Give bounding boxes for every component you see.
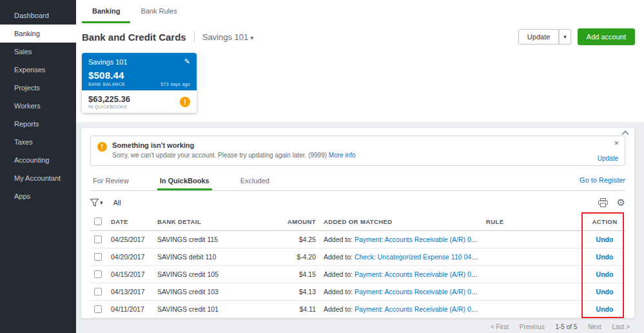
tab-excluded[interactable]: Excluded: [238, 172, 272, 190]
account-card-zone: Savings 101 ✎ $508.44 BANK BALANCE 573 d…: [76, 50, 644, 122]
cell-amount: $4.13: [269, 283, 320, 301]
alert-banner: ! Something isn't working Sorry, we can'…: [90, 136, 625, 166]
page-title: Bank and Credit Cards: [82, 32, 186, 43]
sidebar-item-workers[interactable]: Workers: [0, 97, 76, 115]
alert-message: Sorry, we can't update your account. Ple…: [112, 152, 327, 159]
header-date[interactable]: DATE: [107, 212, 153, 231]
pagination-previous[interactable]: Previous: [520, 323, 545, 330]
cell-rule: [482, 283, 584, 301]
alert-title: Something isn't working: [112, 141, 356, 149]
select-all-checkbox[interactable]: [94, 217, 102, 225]
sidebar-item-accounting[interactable]: Accounting: [0, 151, 76, 169]
account-card-top: Savings 101 ✎ $508.44 BANK BALANCE 573 d…: [82, 53, 197, 90]
sidebar-item-expenses[interactable]: Expenses: [0, 61, 76, 79]
cell-added-or-matched: Added to: Payment: Accounts Receivable (…: [320, 301, 482, 318]
sidebar-item-sales[interactable]: Sales: [0, 43, 76, 61]
cell-added-or-matched: Added to: Payment: Accounts Receivable (…: [320, 266, 482, 283]
row-checkbox[interactable]: [94, 288, 102, 296]
table-header-row: DATE BANK DETAIL AMOUNT ADDED OR MATCHED…: [90, 212, 625, 231]
row-checkbox[interactable]: [94, 236, 102, 243]
cell-bank-detail: SAVINGS credit 115: [153, 231, 269, 248]
collapse-panel-chevron-icon[interactable]: [621, 130, 629, 136]
header-bank-detail[interactable]: BANK DETAIL: [153, 212, 269, 231]
header-actions: Update ▾ Add account: [518, 28, 635, 45]
go-to-register-link[interactable]: Go to Register: [580, 176, 625, 187]
settings-button[interactable]: ⚙: [617, 197, 625, 207]
undo-link[interactable]: Undo: [596, 236, 614, 243]
tab-in-quickbooks[interactable]: In QuickBooks: [157, 172, 212, 190]
update-dropdown-caret[interactable]: ▾: [559, 29, 571, 45]
cell-bank-detail: SAVINGS credit 103: [153, 283, 269, 301]
cell-bank-detail: SAVINGS credit 101: [153, 301, 269, 318]
cell-rule: [482, 231, 584, 248]
added-transaction-link[interactable]: Payment: Accounts Receivable (A/R) 04/25…: [355, 236, 482, 243]
cell-date: 04/20/2017: [107, 248, 153, 266]
tab-bank-rules[interactable]: Bank Rules: [130, 0, 187, 23]
update-button[interactable]: Update: [518, 29, 559, 45]
header-added-or-matched[interactable]: ADDED OR MATCHED: [320, 212, 482, 231]
sidebar-item-dashboard[interactable]: Dashboard: [0, 6, 76, 25]
chevron-down-icon: ▾: [100, 199, 103, 206]
sub-tab-bar: For Review In QuickBooks Excluded Go to …: [90, 172, 625, 191]
add-account-button[interactable]: Add account: [578, 28, 635, 45]
transactions-panel: ! Something isn't working Sorry, we can'…: [81, 127, 635, 319]
row-checkbox[interactable]: [94, 270, 102, 278]
sidebar-item-apps[interactable]: Apps: [0, 187, 76, 205]
header-action[interactable]: ACTION: [584, 212, 625, 231]
added-transaction-link[interactable]: Payment: Accounts Receivable (A/R) 04/13…: [355, 288, 482, 296]
pagination-first[interactable]: < First: [491, 323, 509, 330]
filter-all-label: All: [113, 199, 121, 207]
added-transaction-link[interactable]: Payment: Accounts Receivable (A/R) 04/15…: [355, 270, 482, 278]
table-row: 04/11/2017 SAVINGS credit 101 $4.11 Adde…: [90, 301, 625, 318]
table-row: 04/15/2017 SAVINGS credit 105 $4.15 Adde…: [90, 266, 625, 283]
cell-rule: [482, 301, 584, 318]
sidebar-item-projects[interactable]: Projects: [0, 79, 76, 97]
filter-funnel-button[interactable]: ▾: [90, 199, 103, 207]
header-amount[interactable]: AMOUNT: [269, 212, 320, 231]
undo-link[interactable]: Undo: [596, 253, 614, 261]
pagination-next[interactable]: Next: [588, 323, 601, 330]
sidebar-item-reports[interactable]: Reports: [0, 115, 76, 133]
main-area: Banking Bank Rules Bank and Credit Cards…: [76, 0, 644, 333]
edit-pencil-icon[interactable]: ✎: [184, 57, 190, 66]
undo-link[interactable]: Undo: [596, 305, 614, 313]
print-button[interactable]: [598, 198, 608, 207]
undo-link[interactable]: Undo: [596, 288, 614, 296]
added-transaction-link[interactable]: Check: Uncategorized Expense 110 04/20/2…: [355, 253, 482, 261]
pagination-last[interactable]: Last >: [612, 323, 630, 330]
account-card[interactable]: Savings 101 ✎ $508.44 BANK BALANCE 573 d…: [82, 53, 197, 113]
alert-warning-icon: !: [97, 142, 107, 152]
sidebar-item-my-accountant[interactable]: My Accountant: [0, 169, 76, 187]
cell-date: 04/11/2017: [107, 301, 153, 318]
cell-date: 04/25/2017: [107, 231, 153, 248]
page-header: Bank and Credit Cards Savings 101▾ Updat…: [76, 23, 644, 50]
close-icon[interactable]: ×: [614, 139, 619, 147]
undo-link[interactable]: Undo: [596, 270, 614, 278]
transactions-table: DATE BANK DETAIL AMOUNT ADDED OR MATCHED…: [90, 212, 625, 318]
row-checkbox[interactable]: [94, 253, 102, 261]
cell-amount: $4.15: [269, 266, 320, 283]
tab-banking[interactable]: Banking: [82, 0, 130, 23]
added-transaction-link[interactable]: Payment: Accounts Receivable (A/R) 04/11…: [355, 305, 482, 313]
bank-balance-updated: 573 days ago: [161, 82, 190, 86]
alert-update-link[interactable]: Update: [598, 155, 618, 162]
cell-added-or-matched: Added to: Payment: Accounts Receivable (…: [320, 283, 482, 301]
account-selector[interactable]: Savings 101▾: [202, 32, 254, 42]
sidebar-item-banking[interactable]: Banking: [0, 25, 76, 43]
more-info-link[interactable]: More info: [329, 152, 356, 159]
table-row: 04/25/2017 SAVINGS credit 115 $4.25 Adde…: [90, 231, 625, 248]
sidebar-item-taxes[interactable]: Taxes: [0, 133, 76, 151]
row-checkbox[interactable]: [94, 305, 102, 313]
added-prefix: Added to:: [324, 236, 353, 243]
printer-icon: [598, 198, 608, 207]
bank-balance-label: BANK BALANCE: [88, 82, 125, 86]
cell-added-or-matched: Added to: Check: Uncategorized Expense 1…: [320, 248, 482, 266]
header-rule[interactable]: RULE: [482, 212, 584, 231]
in-quickbooks-amount: $63,225.36: [88, 94, 130, 104]
cell-bank-detail: SAVINGS debit 110: [153, 248, 269, 266]
tab-for-review[interactable]: For Review: [90, 172, 132, 190]
added-prefix: Added to:: [324, 288, 353, 296]
added-prefix: Added to:: [324, 253, 353, 261]
warning-icon: !: [180, 97, 190, 107]
cell-rule: [482, 248, 584, 266]
